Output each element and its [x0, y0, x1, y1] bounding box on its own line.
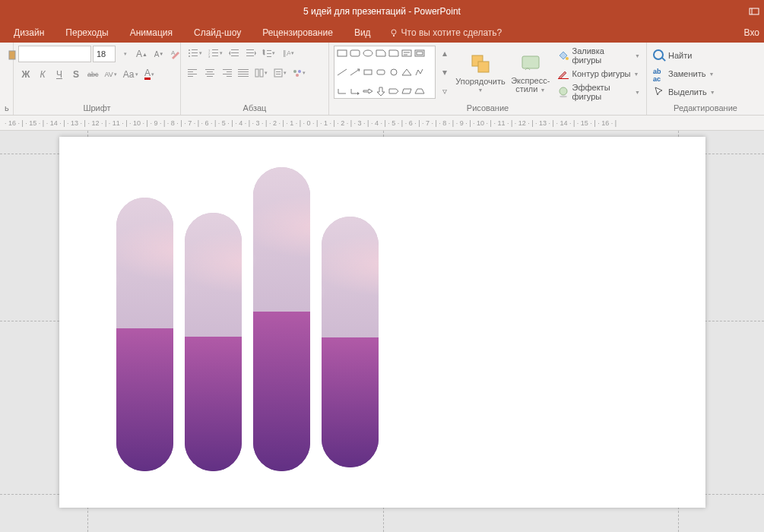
replace-button[interactable]: abac Заменить ▼: [651, 65, 717, 82]
shape-freeform-icon[interactable]: [414, 68, 425, 77]
svg-rect-55: [417, 52, 423, 55]
shape-down-arrow-icon[interactable]: [376, 87, 386, 96]
menubar: Дизайн Переходы Анимация Слайд-шоу Рецен…: [0, 23, 764, 43]
shapes-expand[interactable]: ▿: [437, 84, 452, 99]
picture-capsule-1[interactable]: [116, 198, 173, 471]
shape-fill-button[interactable]: Заливка фигуры ▼: [556, 47, 642, 64]
horizontal-ruler[interactable]: · 16 · | · 15 · | · 14 · | · 13 · | · 12…: [0, 116, 764, 131]
shape-placeholder-icon[interactable]: [414, 49, 425, 58]
svg-rect-5: [192, 49, 198, 50]
tab-review[interactable]: Рецензирование: [252, 23, 344, 43]
shape-triangle-icon[interactable]: [401, 68, 412, 77]
svg-text:3: 3: [208, 55, 211, 58]
svg-rect-34: [223, 69, 232, 70]
svg-rect-35: [227, 71, 232, 72]
shape-trapezoid-icon[interactable]: [414, 87, 425, 96]
shape-outline-label: Контур фигуры: [572, 69, 631, 78]
decrease-indent[interactable]: [227, 46, 242, 61]
shapes-scroll-down[interactable]: ▾: [437, 65, 452, 80]
shape-elbow-arrow-icon[interactable]: [350, 87, 360, 96]
align-left[interactable]: [185, 65, 201, 81]
shape-arrow-line-icon[interactable]: [350, 68, 360, 77]
shape-effects-button[interactable]: Эффекты фигуры ▼: [556, 84, 642, 100]
sign-in-partial[interactable]: Вхо: [734, 23, 764, 43]
line-spacing[interactable]: [260, 46, 277, 61]
shape-pentagon-icon[interactable]: [388, 87, 399, 96]
numbering-button[interactable]: 123: [206, 46, 225, 61]
tab-animation[interactable]: Анимация: [119, 23, 183, 43]
strikethrough-button[interactable]: abc: [85, 67, 101, 82]
shape-snip-rect-icon[interactable]: [376, 49, 386, 58]
italic-button[interactable]: К: [35, 67, 50, 82]
text-direction[interactable]: ‖A: [279, 46, 296, 61]
shape-rect-icon[interactable]: [337, 49, 347, 58]
svg-rect-37: [227, 76, 232, 77]
shape-line-icon[interactable]: [337, 68, 347, 77]
underline-button[interactable]: Ч: [52, 67, 67, 82]
ribbon-display-options-icon[interactable]: [749, 6, 759, 17]
svg-rect-22: [267, 50, 271, 51]
svg-rect-38: [238, 69, 249, 70]
quick-styles-button[interactable]: Экспресс- стили ▼: [509, 46, 553, 99]
shape-ellipse-icon[interactable]: [363, 49, 373, 58]
arrange-label: Упорядочить: [455, 77, 505, 86]
group-editing: Найти abac Заменить ▼ Выделить ▼ Редакти…: [647, 43, 764, 115]
shape-elbow-icon[interactable]: [337, 87, 347, 96]
tab-slideshow[interactable]: Слайд-шоу: [183, 23, 252, 43]
picture-capsule-3[interactable]: [253, 167, 310, 471]
slide[interactable]: [59, 137, 705, 508]
svg-rect-7: [192, 52, 198, 53]
shape-rect2-icon[interactable]: [363, 68, 373, 77]
select-button[interactable]: Выделить ▼: [651, 84, 717, 100]
svg-rect-26: [188, 69, 197, 70]
svg-point-48: [298, 70, 301, 73]
align-text-vertical[interactable]: [271, 65, 289, 81]
increase-indent[interactable]: [243, 46, 258, 61]
shape-block-arrow-icon[interactable]: [363, 87, 373, 96]
find-label: Найти: [668, 51, 692, 60]
align-justify[interactable]: [236, 65, 251, 81]
group-label-drawing: Рисование: [334, 102, 642, 115]
align-right[interactable]: [219, 65, 234, 81]
find-button[interactable]: Найти: [651, 47, 717, 64]
font-name-input[interactable]: [18, 46, 91, 62]
shape-outline-button[interactable]: Контур фигуры ▼: [556, 65, 642, 82]
tell-me-search[interactable]: Что вы хотите сделать?: [382, 27, 502, 38]
shape-circle-icon[interactable]: [388, 68, 399, 77]
svg-rect-15: [212, 55, 218, 56]
shape-parallelogram-icon[interactable]: [401, 87, 412, 96]
char-spacing-button[interactable]: AV: [103, 67, 119, 82]
shape-rounded-one-icon[interactable]: [388, 49, 399, 58]
window-buttons: [749, 6, 759, 17]
titlebar: 5 идей для презентаций - PowerPoint: [0, 0, 764, 23]
svg-rect-45: [276, 71, 281, 72]
arrange-button[interactable]: Упорядочить ▼: [455, 46, 506, 99]
bold-button[interactable]: Ж: [18, 67, 33, 82]
shape-roundrect2-icon[interactable]: [376, 68, 386, 77]
align-center[interactable]: [202, 65, 217, 81]
decrease-font-size[interactable]: A▼: [151, 46, 166, 62]
shape-roundrect-icon[interactable]: [350, 49, 360, 58]
font-size-input[interactable]: [93, 46, 116, 62]
picture-capsule-4[interactable]: [322, 217, 379, 467]
arrange-icon: [469, 52, 492, 75]
font-color-button[interactable]: A: [142, 67, 157, 82]
shapes-scroll-up[interactable]: ▴: [437, 46, 452, 61]
slide-canvas-area[interactable]: [0, 131, 764, 532]
group-label-editing: Редактирование: [651, 102, 759, 115]
shapes-gallery[interactable]: ▴ ▾ ▿: [334, 46, 452, 99]
text-shadow-button[interactable]: S: [68, 67, 84, 82]
picture-capsule-2[interactable]: [185, 213, 242, 471]
svg-rect-23: [267, 53, 271, 54]
columns-button[interactable]: [252, 65, 270, 81]
smartart-convert[interactable]: [290, 65, 308, 81]
change-case-button[interactable]: Aa: [121, 67, 141, 82]
increase-font-size[interactable]: A▲: [134, 46, 150, 62]
font-size-dropdown[interactable]: [117, 46, 132, 62]
replace-label: Заменить: [668, 69, 705, 78]
tab-design[interactable]: Дизайн: [3, 23, 55, 43]
tab-transitions[interactable]: Переходы: [55, 23, 119, 43]
tab-view[interactable]: Вид: [344, 23, 382, 43]
shape-textbox-icon[interactable]: [401, 49, 412, 58]
bullets-button[interactable]: [185, 46, 204, 61]
